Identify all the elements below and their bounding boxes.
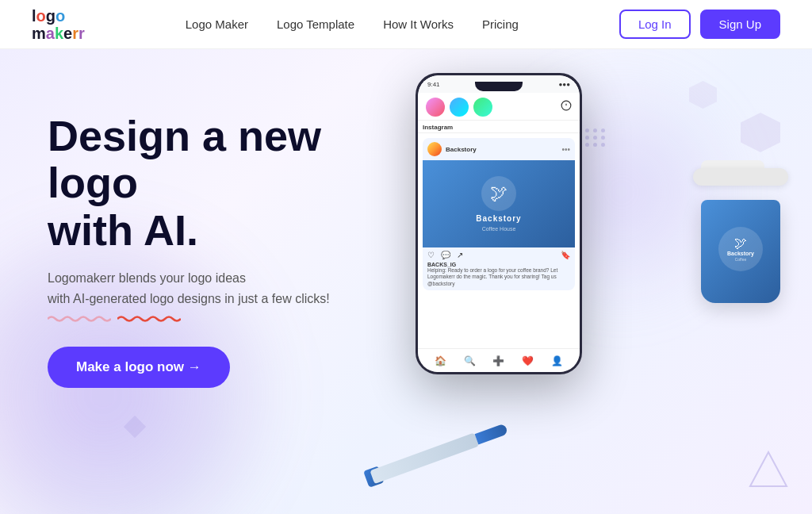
insta-logo-circle: 🕊 [481, 176, 516, 211]
insta-logo-bird: 🕊 [490, 183, 508, 204]
hero-mockup: 9:41 ●●● Instagram [352, 49, 812, 514]
phone-screen: 9:41 ●●● Instagram [418, 75, 580, 372]
nav-links: Logo Maker Logo Template How It Works Pr… [186, 17, 519, 32]
phone-bottom-bar: 🏠 🔍 ➕ ❤️ 👤 [418, 348, 580, 372]
insta-post-footer: ♡ 💬 ↗ 🔖 BACKS_IG Helping: Ready to order… [423, 247, 575, 290]
coffee-cup: 🕊 Backstory Coffee [685, 160, 796, 303]
logo[interactable]: logo makerr [32, 7, 85, 42]
hero-title: Design a new logo with AI. [48, 113, 396, 254]
insta-brand-sub: Coffee House [482, 226, 516, 232]
hero-subtitle: Logomakerr blends your logo ideas with A… [48, 268, 396, 309]
marker [368, 416, 511, 490]
phone-header [418, 93, 580, 121]
phone-mockup: 9:41 ●●● Instagram [416, 73, 582, 374]
cup-brand-text: Backstory [727, 251, 754, 257]
nav-item-how-it-works[interactable]: How It Works [383, 17, 454, 31]
logo-line1: logo [32, 7, 85, 25]
logo-line2: makerr [32, 25, 85, 42]
triangle-shape [749, 451, 788, 490]
nav-item-logo-maker[interactable]: Logo Maker [186, 17, 248, 31]
cup-lid [693, 168, 788, 186]
instagram-post: Backstory ••• 🕊 Backstory Coffee House [423, 138, 575, 290]
squiggle-pink [48, 315, 111, 323]
insta-likes: BACKS_IG [427, 262, 570, 267]
marker-body [370, 432, 479, 484]
cup-logo: 🕊 Backstory Coffee [718, 227, 763, 271]
insta-caption: Helping: Ready to order a logo for your … [427, 267, 570, 287]
hero-section: Design a new logo with AI. Logomakerr bl… [0, 49, 812, 514]
insta-actions: ♡ 💬 ↗ 🔖 [427, 251, 570, 259]
navbar: logo makerr Logo Maker Logo Template How… [0, 0, 812, 49]
login-button[interactable]: Log In [619, 10, 691, 39]
insta-username: Backstory [446, 146, 477, 153]
cta-button[interactable]: Make a logo now → [48, 347, 230, 388]
svg-marker-1 [750, 452, 787, 486]
insta-post-image: 🕊 Backstory Coffee House [423, 160, 575, 247]
nav-actions: Log In Sign Up [619, 10, 780, 39]
insta-avatar [427, 142, 442, 156]
squiggle-red [117, 315, 181, 323]
phone-notch [475, 82, 523, 91]
nav-item-logo-template[interactable]: Logo Template [277, 17, 354, 31]
insta-brand-name: Backstory [476, 214, 521, 223]
marker-tip [475, 424, 508, 445]
hero-content: Design a new logo with AI. Logomakerr bl… [48, 113, 396, 388]
cup-brand-sub: Coffee [735, 257, 747, 262]
wave-decoration [48, 315, 396, 323]
nav-item-pricing[interactable]: Pricing [482, 17, 519, 31]
insta-post-header: Backstory ••• [423, 138, 575, 160]
signup-button[interactable]: Sign Up [700, 10, 780, 39]
cup-body: 🕊 Backstory Coffee [701, 200, 780, 303]
